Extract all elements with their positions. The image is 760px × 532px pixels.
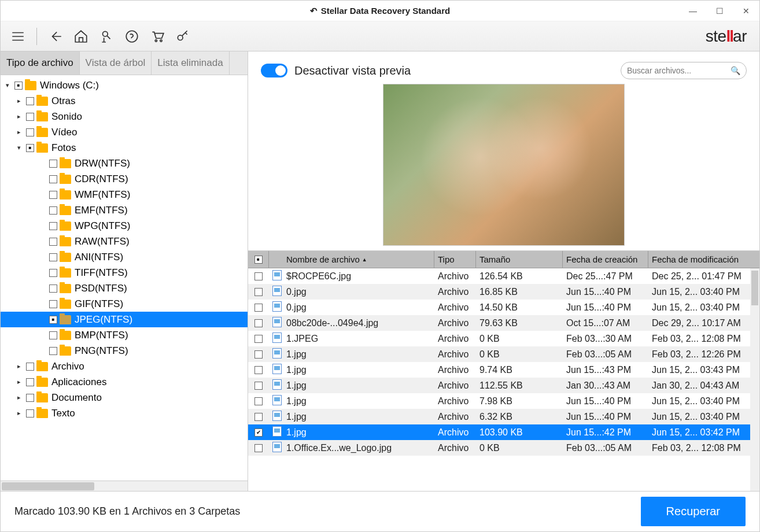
preview-toggle[interactable] [261, 64, 287, 77]
file-icon [272, 395, 282, 405]
status-text: Marcado 103.90 KB en 1 Archivos en 3 Car… [14, 505, 240, 518]
close-button[interactable]: ✕ [733, 1, 759, 21]
file-row[interactable]: ✔1.jpgArchivo103.90 KBJun 15...:42 PMJun… [248, 424, 759, 440]
key-button[interactable] [171, 25, 194, 48]
file-icon [272, 442, 282, 452]
scan-button[interactable] [95, 25, 118, 48]
tree-item[interactable]: ANI(NTFS) [1, 249, 248, 265]
tree-item[interactable]: ▸Vídeo [1, 124, 248, 140]
file-icon [272, 411, 282, 421]
file-row[interactable]: 1.jpgArchivo7.98 KBJun 15...:40 PMJun 15… [248, 393, 759, 409]
file-icon [272, 332, 282, 343]
tab-deleted-list[interactable]: Lista eliminada [152, 51, 229, 75]
brand-logo: stellar [706, 27, 754, 46]
header-name[interactable]: Nombre de archivo▲ [269, 251, 434, 268]
tree-item[interactable]: EMF(NTFS) [1, 202, 248, 218]
tree-item[interactable]: RAW(NTFS) [1, 234, 248, 249]
sidebar: Tipo de archivo Vista de árbol Lista eli… [1, 51, 248, 491]
tree-item[interactable]: ▾Windows (C:) [1, 77, 248, 93]
footer: Marcado 103.90 KB en 1 Archivos en 3 Car… [1, 491, 759, 531]
window-title-wrap: ↶ Stellar Data Recovery Standard [310, 6, 450, 16]
svg-point-3 [160, 39, 162, 41]
search-placeholder: Buscar archivos... [627, 66, 691, 75]
minimize-button[interactable]: — [680, 1, 706, 21]
menu-button[interactable] [6, 25, 29, 48]
tree-item[interactable]: TIFF(NTFS) [1, 265, 248, 280]
tree-item[interactable]: ▸Archivo [1, 359, 248, 374]
file-icon [272, 286, 282, 296]
window-title: Stellar Data Recovery Standard [321, 6, 450, 16]
file-icon [272, 426, 282, 437]
search-icon: 🔍 [731, 66, 740, 75]
tree-item[interactable]: PNG(NTFS) [1, 343, 248, 359]
grid-body[interactable]: $ROCPE6C.jpgArchivo126.54 KBDec 25...:47… [248, 268, 759, 491]
toolbar: stellar [1, 21, 759, 51]
tab-file-type[interactable]: Tipo de archivo [1, 51, 80, 75]
tree-hscrollbar[interactable] [1, 481, 248, 491]
file-icon [272, 270, 282, 280]
tree-item[interactable]: WPG(NTFS) [1, 218, 248, 234]
file-row[interactable]: 1.Office.Ex...we_Logo.jpgArchivo0 KBFeb … [248, 440, 759, 456]
window-controls: — ☐ ✕ [680, 1, 759, 21]
tree-item[interactable]: DRW(NTFS) [1, 156, 248, 171]
file-row[interactable]: 1.jpgArchivo9.74 KBJun 15...:43 PMJun 15… [248, 362, 759, 378]
header-checkbox[interactable] [248, 251, 269, 268]
file-row[interactable]: 08bc20de-...049e4.jpgArchivo79.63 KBOct … [248, 315, 759, 331]
tree-item[interactable]: PSD(NTFS) [1, 280, 248, 296]
tree-item[interactable]: CDR(NTFS) [1, 171, 248, 187]
preview-toggle-label: Desactivar vista previa [294, 64, 411, 77]
svg-point-0 [103, 31, 108, 36]
tree-item[interactable]: ▸Texto [1, 405, 248, 421]
search-input[interactable]: Buscar archivos... 🔍 [621, 62, 747, 79]
grid-header: Nombre de archivo▲ Tipo Tamaño Fecha de … [248, 251, 759, 268]
file-grid: Nombre de archivo▲ Tipo Tamaño Fecha de … [248, 250, 759, 491]
help-button[interactable] [120, 25, 143, 48]
header-type[interactable]: Tipo [434, 251, 476, 268]
header-modified[interactable]: Fecha de modificación [648, 251, 759, 268]
sidebar-tabs: Tipo de archivo Vista de árbol Lista eli… [1, 51, 248, 75]
file-row[interactable]: 1.jpgArchivo6.32 KBJun 15...:40 PMJun 15… [248, 409, 759, 424]
file-row[interactable]: 0.jpgArchivo14.50 KBJun 15...:40 PMJun 1… [248, 300, 759, 315]
folder-tree[interactable]: ▾Windows (C:)▸Otras▸Sonido▸Vídeo▾FotosDR… [1, 75, 248, 481]
titlebar: ↶ Stellar Data Recovery Standard — ☐ ✕ [1, 1, 759, 21]
tree-item[interactable]: WMF(NTFS) [1, 187, 248, 202]
tab-tree-view[interactable]: Vista de árbol [80, 51, 152, 75]
file-icon [272, 364, 282, 374]
svg-point-2 [155, 39, 157, 41]
file-icon [272, 301, 282, 312]
content: Tipo de archivo Vista de árbol Lista eli… [1, 51, 759, 491]
maximize-button[interactable]: ☐ [706, 1, 733, 21]
main-panel: Desactivar vista previa Buscar archivos.… [248, 51, 759, 491]
tree-item[interactable]: ▸Aplicaciones [1, 374, 248, 390]
file-row[interactable]: 0.jpgArchivo16.85 KBJun 15...:40 PMJun 1… [248, 284, 759, 300]
image-preview [383, 84, 625, 246]
file-icon [272, 348, 282, 359]
file-row[interactable]: 1.jpgArchivo112.55 KBJan 30...:43 AMJan … [248, 378, 759, 393]
header-created[interactable]: Fecha de creación [563, 251, 648, 268]
file-icon [272, 317, 282, 327]
file-icon [272, 379, 282, 390]
tree-item[interactable]: ▸Otras [1, 93, 248, 109]
tree-item[interactable]: ▸Sonido [1, 109, 248, 124]
svg-point-4 [178, 35, 183, 40]
recover-button[interactable]: Recuperar [641, 497, 746, 526]
header-size[interactable]: Tamaño [476, 251, 563, 268]
home-button[interactable] [69, 25, 93, 48]
tree-item[interactable]: BMP(NTFS) [1, 327, 248, 343]
tree-item[interactable]: GIF(NTFS) [1, 296, 248, 312]
tree-item[interactable]: ▾Fotos [1, 140, 248, 156]
grid-vscrollbar[interactable] [750, 268, 759, 491]
file-row[interactable]: $ROCPE6C.jpgArchivo126.54 KBDec 25...:47… [248, 268, 759, 284]
tree-item[interactable]: ▸Documento [1, 390, 248, 405]
cart-button[interactable] [146, 25, 169, 48]
back-button[interactable] [44, 25, 67, 48]
main-top-bar: Desactivar vista previa Buscar archivos.… [248, 51, 759, 84]
divider [36, 28, 37, 45]
file-row[interactable]: 1.jpgArchivo0 KBFeb 03...:05 AMFeb 03, 2… [248, 346, 759, 362]
undo-icon: ↶ [310, 6, 318, 16]
file-row[interactable]: 1.JPEGArchivo0 KBFeb 03...:30 AMFeb 03, … [248, 331, 759, 346]
tree-item[interactable]: JPEG(NTFS) [1, 312, 248, 327]
